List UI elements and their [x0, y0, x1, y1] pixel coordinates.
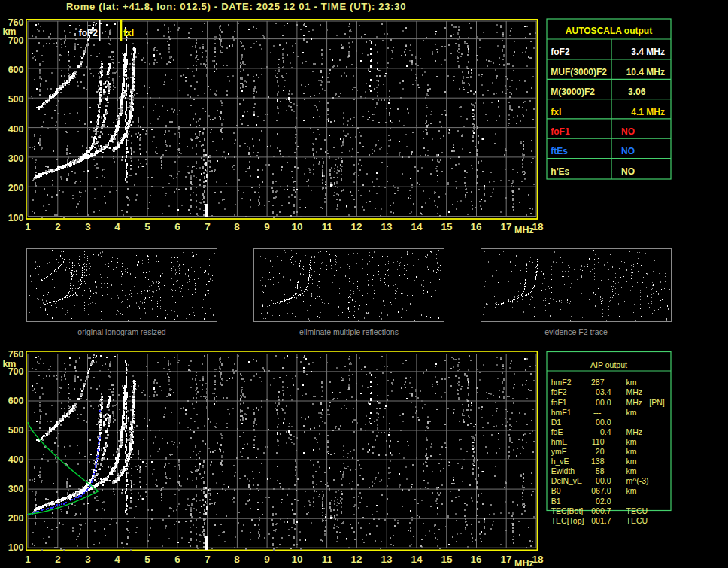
svg-text:1: 1 [25, 221, 31, 232]
svg-text:km: km [626, 486, 637, 495]
svg-text:9: 9 [264, 554, 270, 565]
svg-text:11: 11 [322, 554, 333, 565]
svg-text:foE: foE [551, 427, 563, 436]
svg-text:fxI: fxI [123, 28, 134, 38]
svg-text:16: 16 [470, 554, 482, 565]
svg-text:500: 500 [8, 425, 24, 436]
svg-text:18: 18 [532, 554, 544, 565]
svg-text:AIP output: AIP output [590, 360, 627, 369]
svg-text:58: 58 [596, 466, 605, 475]
svg-text:hmF1: hmF1 [551, 408, 572, 417]
svg-text:km: km [626, 408, 637, 417]
svg-text:h'Es: h'Es [551, 166, 569, 177]
svg-text:foF2: foF2 [551, 387, 567, 396]
svg-text:km: km [626, 437, 637, 446]
svg-text:10: 10 [291, 554, 302, 565]
svg-text:km: km [626, 457, 637, 466]
svg-text:B0: B0 [551, 486, 561, 495]
svg-text:M(3000)F2: M(3000)F2 [551, 87, 595, 97]
svg-text:138: 138 [591, 457, 605, 466]
svg-text:fxI: fxI [551, 107, 561, 117]
svg-text:067.0: 067.0 [591, 486, 611, 495]
svg-text:evidence F2 trace: evidence F2 trace [544, 327, 608, 336]
svg-text:10.4 MHz: 10.4 MHz [626, 67, 665, 77]
svg-text:1: 1 [25, 554, 31, 565]
svg-text:AUTOSCALA output: AUTOSCALA output [566, 26, 652, 36]
svg-text:200: 200 [8, 513, 24, 524]
svg-text:---: --- [593, 408, 602, 417]
svg-text:00.0: 00.0 [596, 398, 611, 407]
svg-text:11: 11 [322, 221, 333, 232]
svg-text:500: 500 [8, 94, 24, 105]
svg-text:hmF2: hmF2 [551, 378, 572, 387]
svg-text:D1: D1 [551, 418, 562, 427]
svg-text:NO: NO [621, 166, 635, 177]
svg-text:eliminate multiple reflections: eliminate multiple reflections [299, 327, 399, 336]
svg-text:00.0: 00.0 [596, 476, 611, 485]
svg-text:Ewidth: Ewidth [551, 466, 575, 475]
svg-text:17: 17 [500, 221, 511, 232]
svg-text:3: 3 [85, 221, 91, 232]
svg-text:400: 400 [8, 124, 24, 135]
svg-text:3.06: 3.06 [628, 87, 646, 97]
svg-text:600: 600 [8, 65, 24, 75]
svg-text:DelN_vE: DelN_vE [551, 476, 582, 485]
svg-text:foF1: foF1 [551, 126, 570, 137]
svg-text:12: 12 [350, 221, 362, 232]
svg-text:ymE: ymE [551, 447, 567, 456]
svg-text:4: 4 [114, 221, 120, 232]
svg-text:6: 6 [174, 221, 180, 232]
svg-text:Rome (lat: +41.8, lon: 012.5): Rome (lat: +41.8, lon: 012.5) - DATE: 20… [66, 1, 406, 12]
svg-text:TEC[Bot]: TEC[Bot] [551, 506, 584, 515]
svg-text:foF1: foF1 [551, 398, 567, 407]
svg-text:287: 287 [591, 378, 605, 387]
svg-text:MUF(3000)F2: MUF(3000)F2 [551, 67, 607, 77]
svg-text:13: 13 [381, 221, 393, 232]
svg-text:TECU: TECU [626, 516, 648, 525]
svg-text:14: 14 [411, 554, 423, 565]
svg-text:4.1 MHz: 4.1 MHz [631, 107, 665, 117]
svg-text:18: 18 [532, 221, 544, 232]
svg-text:16: 16 [470, 221, 482, 232]
svg-text:700: 700 [8, 366, 24, 377]
svg-text:8: 8 [234, 554, 240, 565]
svg-text:MHz: MHz [626, 398, 643, 407]
svg-text:m^(-3): m^(-3) [626, 476, 649, 485]
svg-text:h_vE: h_vE [551, 457, 569, 466]
svg-text:3.4 MHz: 3.4 MHz [631, 47, 665, 57]
svg-text:300: 300 [8, 153, 24, 164]
svg-text:MHz: MHz [626, 387, 643, 396]
svg-text:15: 15 [441, 221, 453, 232]
svg-text:MHz: MHz [626, 427, 643, 436]
svg-text:6: 6 [174, 554, 180, 565]
svg-text:00.0: 00.0 [596, 418, 611, 427]
svg-text:12: 12 [350, 554, 362, 565]
svg-text:4: 4 [114, 554, 120, 565]
svg-text:200: 200 [8, 183, 24, 193]
svg-text:2: 2 [55, 221, 61, 232]
svg-text:hmE: hmE [551, 437, 568, 446]
svg-text:MHz: MHz [514, 225, 534, 235]
svg-text:5: 5 [144, 554, 150, 565]
svg-text:100: 100 [8, 213, 24, 223]
svg-text:original ionogram resized: original ionogram resized [77, 327, 165, 336]
svg-text:100: 100 [8, 542, 24, 553]
svg-text:17: 17 [500, 554, 511, 565]
svg-text:15: 15 [441, 554, 453, 565]
svg-text:ftEs: ftEs [551, 146, 568, 156]
svg-text:400: 400 [8, 454, 24, 465]
svg-text:2: 2 [55, 554, 61, 565]
svg-text:0.4: 0.4 [600, 427, 611, 436]
svg-text:MHz: MHz [514, 558, 534, 568]
svg-text:TECU: TECU [626, 506, 648, 515]
svg-text:13: 13 [381, 554, 393, 565]
svg-text:300: 300 [8, 484, 24, 494]
svg-text:NO: NO [621, 146, 635, 156]
svg-text:TEC[Top]: TEC[Top] [551, 516, 584, 525]
svg-text:110: 110 [592, 437, 605, 446]
svg-text:3: 3 [85, 554, 91, 565]
svg-text:km: km [626, 466, 637, 475]
svg-text:02.0: 02.0 [596, 497, 611, 506]
svg-text:20: 20 [596, 447, 605, 456]
svg-text:600: 600 [8, 396, 24, 406]
